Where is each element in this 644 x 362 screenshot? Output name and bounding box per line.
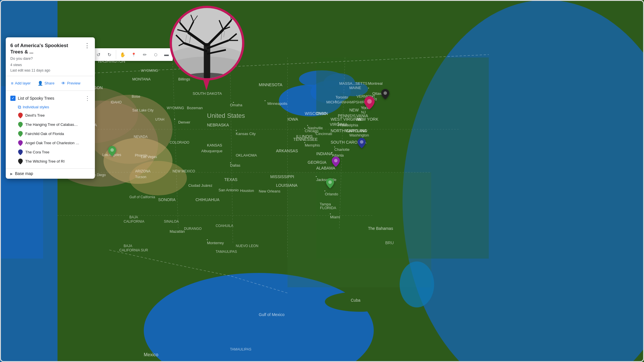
svg-text:MARYLAND: MARYLAND	[345, 128, 367, 133]
add-layer-button[interactable]: ≡ Add layer	[8, 79, 34, 87]
svg-text:Memphis: Memphis	[305, 143, 320, 147]
svg-text:Gulf of California: Gulf of California	[129, 195, 155, 199]
map-meta: 4 views Last edit was 11 days ago	[10, 62, 90, 73]
tree-item-cora[interactable]: The Cora Tree	[6, 148, 95, 157]
individual-styles-label: Individual styles	[23, 105, 49, 109]
individual-styles-row[interactable]: ⧉ Individual styles	[6, 103, 95, 111]
map-pin-angel-oak[interactable]	[332, 157, 340, 168]
svg-text:Washington: Washington	[349, 133, 369, 137]
svg-text:Albuquerque: Albuquerque	[201, 149, 223, 153]
svg-text:United States: United States	[207, 112, 245, 119]
svg-text:Salt Lake City: Salt Lake City	[132, 108, 154, 112]
svg-text:Minneapolis: Minneapolis	[267, 101, 288, 106]
map-pin-hanging-tree[interactable]	[108, 146, 116, 157]
svg-text:MASSA...SETTS: MASSA...SETTS	[339, 81, 368, 86]
svg-text:•: •	[264, 99, 266, 102]
map-container[interactable]: WASHINGTON OREGON CALIFORNIA IDAHO MONTA…	[0, 0, 644, 362]
tree-item-hanging[interactable]: The Hanging Tree of Calabas…	[6, 120, 95, 129]
svg-text:NJ: NJ	[361, 110, 366, 114]
pin-dot-red	[18, 112, 23, 119]
tree-item-devils[interactable]: Devil's Tree	[6, 111, 95, 120]
svg-text:Cuba: Cuba	[351, 298, 361, 303]
layer-more-icon[interactable]: ⋮	[85, 95, 90, 102]
layer-section: ✓ List of Spooky Trees ⋮ ⧉ Individual st…	[6, 91, 95, 169]
pin-dot-green-2	[18, 131, 23, 137]
svg-text:TAMAULIPAS: TAMAULIPAS	[216, 250, 237, 254]
svg-text:IDAHO: IDAHO	[111, 100, 122, 104]
svg-text:•: •	[304, 126, 305, 130]
svg-text:OHIO: OHIO	[316, 111, 327, 116]
svg-text:DURANGO: DURANGO	[184, 227, 202, 231]
tree-label-devils: Devil's Tree	[25, 113, 45, 118]
header-more-icon[interactable]: ⋮	[84, 43, 90, 49]
svg-text:Tucson: Tucson	[135, 175, 146, 179]
svg-text:Dallas: Dallas	[230, 163, 241, 167]
marker-button[interactable]: 📍	[129, 49, 139, 60]
svg-point-152	[110, 148, 114, 152]
svg-text:DE: DE	[358, 117, 363, 122]
svg-text:Phoenix: Phoenix	[135, 153, 147, 157]
svg-text:San Antonio: San Antonio	[218, 188, 239, 192]
svg-point-157	[367, 99, 372, 104]
pin-dot-darkblue	[18, 149, 23, 155]
layer-checkbox[interactable]: ✓	[10, 96, 16, 101]
layer-name: List of Spooky Trees	[18, 96, 54, 101]
svg-text:•: •	[331, 151, 333, 154]
preview-image-circle	[170, 6, 244, 80]
tree-label-witching: The Witching Tree of RI	[25, 159, 65, 163]
svg-text:Montreal: Montreal	[368, 81, 383, 86]
views-count: 4 views	[10, 62, 90, 68]
shape-button[interactable]: ⬡	[150, 49, 161, 60]
map-pin-cora-tree[interactable]	[358, 138, 366, 149]
map-toolbar: ↺ ↻ ✋ 📍 ✏ ⬡ ▬	[92, 48, 173, 61]
svg-text:Bozeman: Bozeman	[187, 106, 203, 110]
svg-text:Ciudad Juárez: Ciudad Juárez	[188, 183, 212, 188]
svg-text:Omaha: Omaha	[230, 103, 242, 107]
svg-text:•: •	[233, 101, 234, 104]
basemap-section[interactable]: ▸ Base map	[6, 169, 95, 179]
svg-text:NUEVO LEON: NUEVO LEON	[236, 244, 258, 248]
svg-text:Nashville: Nashville	[308, 126, 323, 130]
svg-text:Cincinnati: Cincinnati	[316, 132, 332, 136]
preview-button[interactable]: 👁 Preview	[58, 79, 83, 87]
svg-text:Monterrey: Monterrey	[207, 241, 224, 245]
map-subtitle: Do you dare?	[10, 56, 90, 61]
share-icon: 👤	[38, 81, 43, 86]
text-button[interactable]: ▬	[161, 49, 172, 60]
map-pin-fairchild-oak[interactable]	[326, 178, 334, 190]
pan-button[interactable]: ✋	[118, 49, 128, 60]
svg-text:WYOMING: WYOMING	[141, 69, 158, 73]
svg-text:MAINE: MAINE	[349, 86, 361, 90]
tree-item-witching[interactable]: The Witching Tree of RI	[6, 157, 95, 166]
tree-item-fairchild[interactable]: Fairchild Oak of Florida	[6, 129, 95, 138]
svg-text:VIRGINIA: VIRGINIA	[330, 122, 348, 127]
tree-item-angel-oak[interactable]: Angel Oak Tree of Charleston …	[6, 138, 95, 148]
map-pin-witching-tree[interactable]	[381, 89, 389, 101]
svg-text:•: •	[207, 238, 208, 241]
svg-point-154	[334, 159, 338, 162]
sidebar-header: 6 of America's Spookiest Trees & ... ⋮ D…	[6, 37, 95, 76]
svg-text:GEORGIA: GEORGIA	[308, 160, 327, 165]
svg-point-156	[384, 91, 387, 95]
svg-text:TEXAS: TEXAS	[224, 177, 237, 182]
line-button[interactable]: ✏	[139, 49, 150, 60]
svg-text:BAJA: BAJA	[129, 215, 138, 219]
redo-button[interactable]: ↻	[104, 49, 114, 60]
svg-text:MONTANA: MONTANA	[132, 77, 151, 81]
svg-text:Kansas City: Kansas City	[236, 132, 256, 136]
svg-text:•: •	[307, 124, 308, 127]
pin-dot-purple	[18, 140, 23, 146]
svg-text:Gulf of Mexico: Gulf of Mexico	[259, 312, 285, 317]
tree-label-cora: The Cora Tree	[25, 150, 49, 154]
map-pin-new-york[interactable]	[364, 96, 375, 111]
map-title: 6 of America's Spookiest Trees & ...	[10, 43, 84, 55]
svg-text:The Bahamas: The Bahamas	[368, 226, 393, 231]
svg-text:INDIANA: INDIANA	[316, 151, 333, 156]
svg-text:IOWA: IOWA	[288, 117, 298, 122]
share-button[interactable]: 👤 Share	[35, 79, 57, 88]
svg-text:•: •	[236, 129, 237, 132]
sidebar-panel: 6 of America's Spookiest Trees & ... ⋮ D…	[6, 37, 95, 179]
svg-text:BRU: BRU	[385, 240, 394, 245]
svg-text:Charlotte: Charlotte	[334, 147, 350, 152]
style-icon: ⧉	[18, 105, 21, 110]
